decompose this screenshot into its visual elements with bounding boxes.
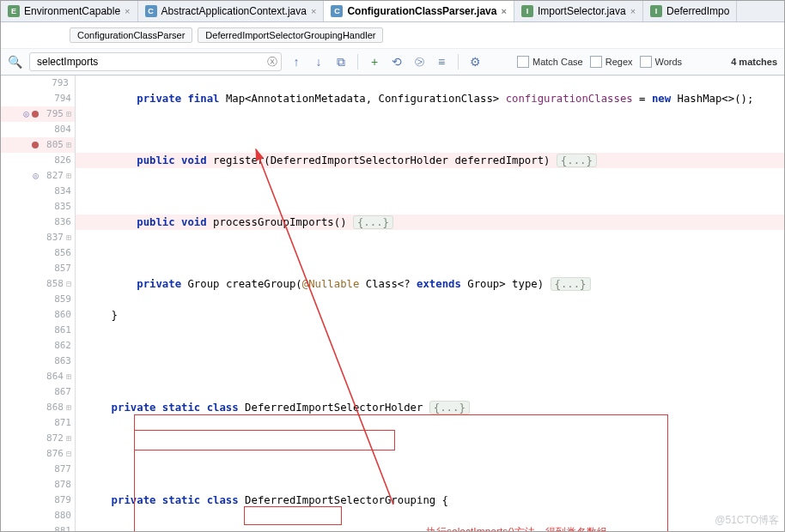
search-icon: 🔍 (8, 55, 22, 69)
regex-checkbox[interactable]: Regex (590, 56, 633, 68)
code-area[interactable]: private final Map<AnnotationMetadata, Co… (76, 76, 784, 532)
svg-line-0 (256, 149, 393, 505)
search-input-wrap: ⓧ (29, 52, 282, 71)
crumb-class[interactable]: ConfigurationClassParser (70, 27, 192, 43)
toggle-button-1[interactable]: ⟲ (389, 54, 405, 70)
fold-icon[interactable]: ⊞ (66, 230, 71, 245)
fold-icon[interactable]: ⊟ (66, 446, 71, 462)
fold-icon[interactable]: ⊞ (66, 137, 71, 153)
match-count: 4 matches (731, 57, 777, 67)
tab-configurationclassparser[interactable]: CConfigurationClassParser.java× (324, 1, 514, 21)
modified-marker-icon: ◎ (23, 106, 29, 122)
tab-importselector[interactable]: IImportSelector.java× (514, 1, 643, 21)
close-icon[interactable]: × (311, 6, 316, 16)
fold-icon[interactable]: ⊞ (66, 106, 71, 122)
override-icon: ◎ (33, 168, 39, 184)
close-icon[interactable]: × (501, 6, 506, 16)
fold-icon[interactable]: ⊞ (66, 168, 71, 184)
words-checkbox[interactable]: Words (640, 56, 683, 68)
tab-abstractapplicationcontext[interactable]: CAbstractApplicationContext.java× (138, 1, 325, 21)
prev-match-button[interactable]: ↑ (289, 54, 304, 70)
find-toolbar: 🔍 ⓧ ↑ ↓ ⧉ + ⟲ ⧁ ≡ ⚙ Match Case Regex Wor… (1, 49, 784, 76)
tab-environmentcapable[interactable]: EEnvironmentCapable× (1, 1, 138, 21)
tab-deferredimport[interactable]: IDeferredImpo (643, 1, 737, 21)
toggle-button-2[interactable]: ⧁ (411, 54, 427, 70)
settings-button[interactable]: ⚙ (467, 54, 483, 70)
fold-icon[interactable]: ⊞ (66, 369, 71, 384)
match-case-checkbox[interactable]: Match Case (517, 56, 583, 68)
editor: 793 794 ◎795⊞ 804 805⊞ 826 ◎827⊞ 834 835… (1, 76, 784, 532)
gutter: 793 794 ◎795⊞ 804 805⊞ 826 ◎827⊞ 834 835… (1, 76, 76, 532)
fold-icon[interactable]: ⊟ (66, 276, 71, 292)
filter-button[interactable]: ≡ (434, 54, 449, 70)
breadcrumb: ConfigurationClassParser DeferredImportS… (1, 22, 784, 49)
annotation-box (244, 506, 342, 525)
fold-icon[interactable]: ⊞ (66, 400, 71, 415)
next-match-button[interactable]: ↓ (311, 54, 326, 70)
select-all-button[interactable]: ⧉ (333, 54, 349, 70)
search-input[interactable] (35, 54, 276, 70)
editor-tabs: EEnvironmentCapable× CAbstractApplicatio… (1, 1, 784, 22)
clear-icon[interactable]: ⓧ (267, 55, 277, 70)
breakpoint-icon (32, 142, 39, 148)
breakpoint-icon (32, 111, 39, 118)
close-icon[interactable]: × (125, 6, 130, 16)
close-icon[interactable]: × (630, 6, 636, 16)
add-selection-button[interactable]: + (367, 54, 382, 70)
fold-icon[interactable]: ⊞ (66, 431, 71, 446)
crumb-inner-class[interactable]: DeferredImportSelectorGroupingHandler (198, 27, 383, 43)
watermark: @51CTO博客 (715, 513, 779, 528)
annotation-text: 执行selectImports()方法，得到类名数组，给handler类中的pr… (426, 498, 659, 532)
